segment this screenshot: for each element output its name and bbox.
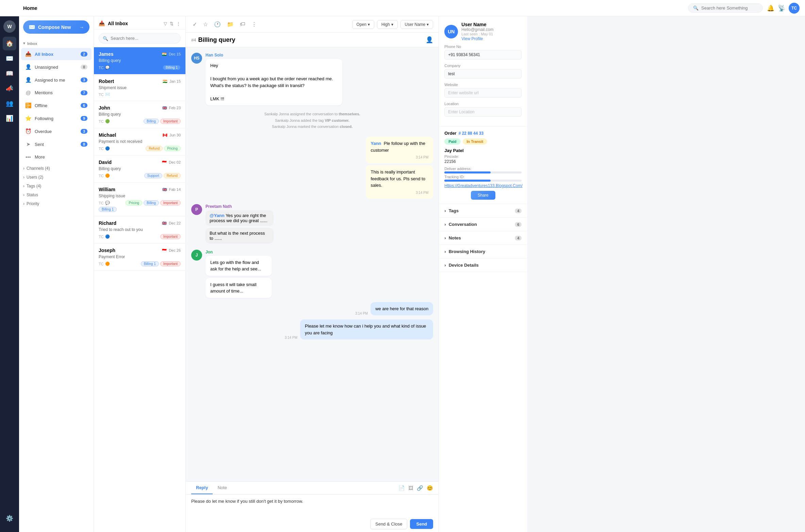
filter-icon[interactable]: ▽ (164, 21, 167, 26)
accordion-device-header[interactable]: › Device Details (439, 259, 527, 272)
priority-label: Priority (27, 201, 39, 206)
sidebar-item-assigned[interactable]: 👤 Assigned to me 3 (21, 74, 92, 86)
compose-icon-doc[interactable]: 📄 (398, 485, 405, 491)
send-button[interactable]: Send (410, 519, 433, 529)
inbox-item-john[interactable]: John 🇬🇧 Feb 23 Billing query TC 🟢 Billin… (94, 101, 185, 128)
note-time-1: 3:14 PM (371, 155, 428, 160)
sort-icon[interactable]: ⇅ (170, 21, 174, 26)
assign-btn[interactable]: User Name ▾ (400, 20, 433, 29)
field-website: Website Enter website url (444, 83, 522, 98)
tags-chevron: › (23, 184, 24, 188)
nav-contacts[interactable]: 👥 (3, 97, 16, 110)
jon-sender: Jon (206, 250, 316, 254)
john-date: Feb 23 (169, 106, 181, 110)
tab-reply[interactable]: Reply (191, 482, 213, 494)
customer-name: Jay Patel (444, 148, 522, 153)
inbox-item-william[interactable]: William 🇬🇧 Fab 14 Shipping issue TC 💬 Pr… (94, 183, 185, 216)
han-solo-message-block: Han Solo Hey I bought from you a week ag… (206, 53, 433, 105)
all-inbox-icon: 📥 (25, 51, 31, 57)
right-msg-2-time: 3:14 PM (285, 336, 297, 339)
tracking-link[interactable]: Https://Greatadventures133.Blogspot.Com/ (444, 183, 522, 188)
robert-name: Robert (99, 79, 114, 84)
broadcast-icon[interactable]: 📡 (778, 4, 785, 12)
compose-icon-img[interactable]: 🖼 (408, 485, 413, 491)
john-tags: TC 🟢 Billing Important (99, 119, 181, 124)
send-close-button[interactable]: Send & Close (370, 519, 408, 529)
james-tags: TC 💬 Billing 1 (99, 65, 181, 70)
channels-group[interactable]: › Channels (4) (19, 163, 94, 172)
jon-bubble-2: I guess it will take small amount of tim… (206, 278, 272, 298)
preetam-sender: Preetam Nath (206, 204, 329, 209)
michael-flag: 🇨🇦 (163, 133, 167, 137)
inbox-search-input[interactable] (99, 33, 181, 44)
website-value: Enter website url (444, 88, 522, 98)
richard-flag: 🇬🇧 (162, 221, 167, 226)
sidebar-item-offline[interactable]: 📴 Offline 6 (21, 99, 92, 112)
sidebar-item-unassigned[interactable]: 👤 Unassigned 0 (21, 61, 92, 73)
search-input[interactable] (701, 5, 758, 11)
inbox-section[interactable]: ▾ Inbox (19, 39, 94, 48)
compose-icon-emoji[interactable]: 😊 (427, 485, 433, 491)
nav-campaigns[interactable]: 📣 (3, 82, 16, 95)
sidebar-item-mentions[interactable]: @ Mentions 7 (21, 87, 92, 99)
accordion-tags: › Tags 4 (439, 204, 527, 218)
right-msg-1-row: 3:14 PM we are here for that reason (191, 302, 433, 316)
share-button[interactable]: Share (471, 191, 495, 200)
accordion-conv-label: Conversation (449, 222, 477, 227)
compose-icon-link[interactable]: 🔗 (417, 485, 423, 491)
folder-icon[interactable]: 📁 (226, 20, 235, 29)
channels-chevron: › (23, 166, 24, 171)
inbox-item-james[interactable]: James 🇮🇳 Dec 15 Billing query TC 💬 Billi… (94, 47, 185, 74)
inbox-item-robert[interactable]: Robert 🇮🇳 Jan 15 Shipment issue TC ✉️ (94, 74, 185, 101)
check-icon[interactable]: ✓ (191, 20, 198, 29)
user-avatar-chip[interactable]: TC (789, 3, 800, 14)
david-channel-icon: 🟠 (105, 173, 110, 178)
notification-icon[interactable]: 🔔 (767, 4, 774, 12)
inbox-item-david[interactable]: David 🇮🇩 Dec 02 Billing query TC 🟠 Suppo… (94, 155, 185, 183)
offline-badge: 6 (81, 103, 87, 108)
nav-settings[interactable]: ⚙️ (3, 512, 16, 525)
compose-button[interactable]: ✉️ Compose New → (23, 20, 89, 34)
tab-note[interactable]: Note (213, 482, 231, 494)
nav-home[interactable]: 🏠 (3, 37, 16, 50)
nav-reports[interactable]: 📊 (3, 112, 16, 125)
users-group[interactable]: › Users (2) (19, 172, 94, 181)
contact-lastseen: Last seen : May 01 (461, 32, 493, 36)
offline-label: Offline (35, 103, 77, 108)
inbox-item-richard[interactable]: Richard 🇬🇧 Dec 22 Tried to reach out to … (94, 216, 185, 244)
person-assign-icon[interactable]: 👤 (426, 36, 433, 44)
priority-group[interactable]: › Priority (19, 199, 94, 207)
sidebar-item-following[interactable]: ⭐ Following 9 (21, 112, 92, 124)
more-options-icon[interactable]: ⋮ (176, 21, 181, 26)
more-icon[interactable]: ⋮ (250, 20, 258, 29)
status-chevron: ▾ (368, 22, 370, 27)
status-group[interactable]: › Status (19, 190, 94, 199)
sidebar-item-more[interactable]: ••• More (21, 151, 92, 163)
nav-book[interactable]: 📖 (3, 67, 16, 80)
brand-avatar[interactable]: W (3, 20, 16, 33)
sidebar-item-sent[interactable]: ➤ Sent 8 (21, 138, 92, 150)
status-btn[interactable]: Open ▾ (352, 20, 374, 29)
clock-icon[interactable]: 🕐 (213, 20, 222, 29)
inbox-item-michael[interactable]: Michael 🇨🇦 Jun 30 Payment is not receive… (94, 128, 185, 155)
accordion-browsing-header[interactable]: › Browsing History (439, 245, 527, 258)
accordion-tags-header[interactable]: › Tags 4 (439, 204, 527, 217)
priority-btn[interactable]: High ▾ (377, 20, 398, 29)
accordion-notes-header[interactable]: › Notes 4 (439, 231, 527, 245)
tags-group[interactable]: › Tags (4) (19, 181, 94, 190)
sidebar-item-all-inbox[interactable]: 📥 All Inbox 2 (21, 48, 92, 60)
view-profile-link[interactable]: View Profile (461, 36, 483, 41)
joseph-channel-icon: 🟠 (105, 262, 110, 266)
william-subject: Shipping issue (99, 194, 181, 198)
accordion-conversation: › Conversation 6 (439, 218, 527, 231)
tag-icon[interactable]: 🏷 (239, 20, 247, 29)
robert-flag: 🇮🇳 (163, 79, 167, 84)
compose-textarea[interactable]: Please do let me know if you still don't… (186, 495, 439, 515)
accordion-conversation-header[interactable]: › Conversation 6 (439, 218, 527, 231)
star-icon[interactable]: ☆ (202, 20, 209, 29)
sent-badge: 8 (81, 142, 87, 147)
nav-inbox[interactable]: ✉️ (3, 52, 16, 65)
inbox-item-joseph[interactable]: Joseph 🇮🇩 Dec 26 Payment Error TC 🟠 Bill… (94, 244, 185, 271)
sidebar-item-overdue[interactable]: ⏰ Overdue 3 (21, 125, 92, 137)
search-bar[interactable]: 🔍 (688, 3, 763, 13)
